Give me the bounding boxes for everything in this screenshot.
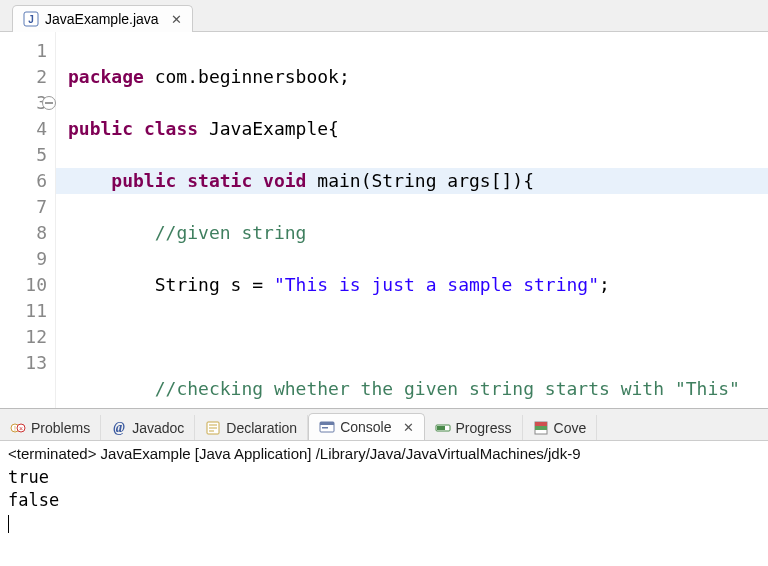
- svg-rect-11: [437, 426, 445, 430]
- editor-tab-javaexample[interactable]: J JavaExample.java ✕: [12, 5, 193, 32]
- line-number: 3: [0, 90, 47, 116]
- svg-rect-14: [535, 426, 547, 430]
- view-tab-label: Cove: [554, 420, 587, 436]
- view-tab-label: Progress: [456, 420, 512, 436]
- line-number: 11: [0, 298, 47, 324]
- tab-javadoc[interactable]: @ Javadoc: [101, 415, 195, 441]
- console-icon: [319, 419, 335, 435]
- view-tab-label: Problems: [31, 420, 90, 436]
- console-line: true: [8, 467, 49, 487]
- line-number: 13: [0, 350, 47, 376]
- tab-progress[interactable]: Progress: [425, 415, 523, 441]
- tab-problems[interactable]: !× Problems: [0, 415, 101, 441]
- line-number: 4: [0, 116, 47, 142]
- tab-console[interactable]: Console ✕: [308, 413, 424, 441]
- javadoc-icon: @: [111, 420, 127, 436]
- code-area[interactable]: package com.beginnersbook; public class …: [56, 32, 768, 408]
- code-editor[interactable]: 1 2 3 4 5 6 7 8 9 10 11 12 13 package co…: [0, 32, 768, 408]
- close-icon[interactable]: ✕: [171, 12, 182, 27]
- tab-declaration[interactable]: Declaration: [195, 415, 308, 441]
- svg-rect-8: [320, 422, 334, 425]
- line-number: 7: [0, 194, 47, 220]
- editor-tab-label: JavaExample.java: [45, 11, 159, 27]
- views-tabbar: !× Problems @ Javadoc Declaration Consol…: [0, 409, 768, 441]
- console-line: false: [8, 490, 59, 510]
- view-tab-label: Console: [340, 419, 391, 435]
- line-number-gutter: 1 2 3 4 5 6 7 8 9 10 11 12 13: [0, 32, 56, 408]
- view-tab-label: Declaration: [226, 420, 297, 436]
- svg-text:!: !: [14, 425, 16, 432]
- line-number: 12: [0, 324, 47, 350]
- editor-tabbar: J JavaExample.java ✕: [0, 0, 768, 32]
- line-number: 6: [0, 168, 47, 194]
- svg-rect-9: [322, 427, 328, 429]
- close-icon[interactable]: ✕: [403, 420, 414, 435]
- problems-icon: !×: [10, 420, 26, 436]
- progress-icon: [435, 420, 451, 436]
- line-number: 1: [0, 38, 47, 64]
- svg-text:×: ×: [19, 425, 23, 432]
- fold-toggle-icon[interactable]: [42, 96, 56, 110]
- editor-pane: J JavaExample.java ✕ 1 2 3 4 5 6 7 8 9 1…: [0, 0, 768, 408]
- svg-text:J: J: [28, 14, 34, 25]
- svg-rect-13: [535, 422, 547, 426]
- console-status-line: <terminated> JavaExample [Java Applicati…: [0, 441, 768, 464]
- line-number: 2: [0, 64, 47, 90]
- declaration-icon: [205, 420, 221, 436]
- line-number: 8: [0, 220, 47, 246]
- line-number: 9: [0, 246, 47, 272]
- bottom-pane: !× Problems @ Javadoc Declaration Consol…: [0, 408, 768, 566]
- line-number: 5: [0, 142, 47, 168]
- coverage-icon: [533, 420, 549, 436]
- view-tab-label: Javadoc: [132, 420, 184, 436]
- text-caret: [8, 515, 9, 533]
- console-output[interactable]: true false: [0, 464, 768, 537]
- tab-coverage[interactable]: Cove: [523, 415, 598, 441]
- java-file-icon: J: [23, 11, 39, 27]
- line-number: 10: [0, 272, 47, 298]
